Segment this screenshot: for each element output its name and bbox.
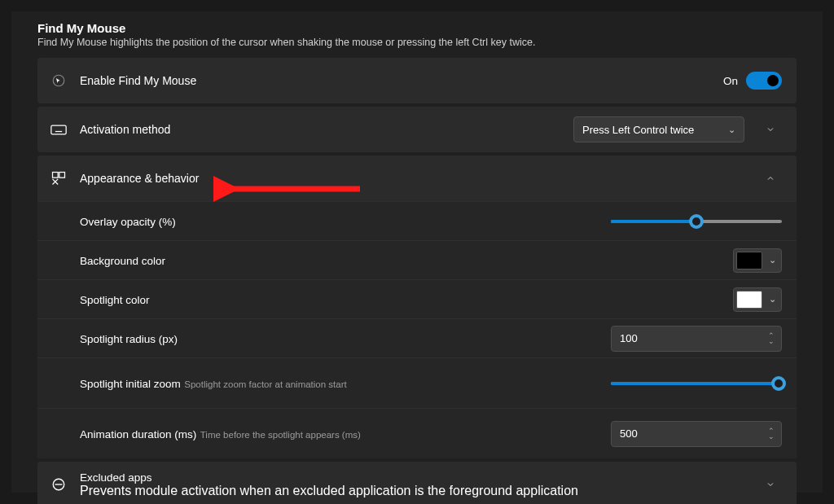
animdur-value: 500 [620,427,638,440]
radius-label: Spotlight radius (px) [80,333,178,345]
page-description: Find My Mouse highlights the position of… [37,37,797,48]
settings-window: Find My Mouse Find My Mouse highlights t… [11,11,823,493]
opacity-row: Overlay opacity (%) [37,201,797,240]
spotcolor-button[interactable]: ⌄ [733,287,782,312]
svg-rect-8 [59,173,65,178]
enable-card: Enable Find My Mouse On [37,58,797,103]
activation-value: Press Left Control twice [582,124,694,136]
spotcolor-row: Spotlight color ⌄ [37,279,797,318]
spotcolor-swatch [736,291,762,309]
excluded-label: Excluded apps [80,471,753,484]
exclude-icon [47,477,70,492]
zoom-row: Spotlight initial zoom Spotlight zoom fa… [37,357,797,408]
spotcolor-label: Spotlight color [80,294,150,306]
bgcolor-button[interactable]: ⌄ [733,248,782,273]
activation-label: Activation method [80,123,573,136]
opacity-label: Overlay opacity (%) [80,216,176,228]
radius-input[interactable]: 100 ⌃⌄ [611,326,782,352]
zoom-slider[interactable] [611,375,782,392]
enable-label: Enable Find My Mouse [80,74,723,87]
svg-rect-7 [53,173,59,178]
page-title: Find My Mouse [37,21,797,35]
radius-row: Spotlight radius (px) 100 ⌃⌄ [37,318,797,357]
appearance-expander[interactable] [759,173,782,183]
stepper-icon[interactable]: ⌃⌄ [768,428,775,440]
svg-rect-1 [51,125,66,134]
animdur-row: Animation duration (ms) Time before the … [37,408,797,458]
animdur-input[interactable]: 500 ⌃⌄ [611,421,782,447]
zoom-sublabel: Spotlight zoom factor at animation start [184,379,346,389]
animdur-label: Animation duration (ms) [80,428,196,440]
cursor-icon [47,73,70,88]
chevron-down-icon: ⌄ [769,294,776,305]
excluded-card: Excluded apps Prevents module activation… [37,462,797,504]
bgcolor-label: Background color [80,255,165,267]
zoom-label: Spotlight initial zoom [80,378,181,390]
appearance-label: Appearance & behavior [80,172,753,185]
bgcolor-row: Background color ⌄ [37,240,797,279]
activation-expander[interactable] [759,125,782,134]
activation-card: Activation method Press Left Control twi… [37,107,797,152]
enable-toggle[interactable] [746,72,782,90]
chevron-down-icon: ⌄ [728,125,735,135]
bgcolor-swatch [736,252,762,270]
excluded-expander[interactable] [759,480,782,489]
opacity-slider[interactable] [611,213,782,230]
appearance-icon [47,170,70,186]
enable-state: On [723,75,738,87]
appearance-card: Appearance & behavior Overlay opacity (%… [37,156,797,458]
activation-dropdown[interactable]: Press Left Control twice ⌄ [573,116,744,142]
stepper-icon[interactable]: ⌃⌄ [768,333,775,344]
radius-value: 100 [620,332,638,344]
chevron-down-icon: ⌄ [769,255,776,265]
keyboard-icon [47,123,70,136]
animdur-sublabel: Time before the spotlight appears (ms) [200,430,361,440]
excluded-sublabel: Prevents module activation when an exclu… [80,484,753,498]
